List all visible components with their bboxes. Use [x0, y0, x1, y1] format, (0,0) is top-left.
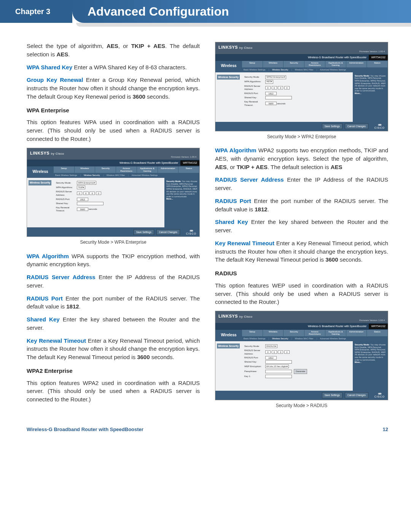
screenshot-caption: Security Mode > RADIUS [215, 403, 388, 409]
radius-ip-2[interactable]: 0 [83, 192, 89, 195]
subtab-security[interactable]: Wireless Security [271, 337, 290, 341]
tab-security[interactable]: Security [284, 61, 304, 67]
tab-category-wireless: Wireless [215, 61, 242, 72]
key-renewal-input[interactable]: 3600 [77, 208, 88, 211]
right-column: LINKSYS by Cisco Firmware Version: 1.00.… [215, 42, 388, 415]
tab-apps[interactable]: Applications & Gaming [325, 61, 346, 67]
shared-key-input[interactable] [265, 96, 292, 99]
tab-status[interactable]: Status [367, 61, 388, 67]
save-settings-button[interactable]: Save Settings [134, 229, 154, 235]
footer-product: Wireless-G Broadband Router with SpeedBo… [27, 427, 143, 432]
product-name: Wireless-G Broadband Router with SpeedBo… [27, 161, 180, 165]
subtab-basic[interactable]: Basic Wireless Settings [242, 68, 267, 72]
tab-access[interactable]: Access Restrictions [116, 166, 137, 173]
product-name: Wireless-G Broadband Router with SpeedBo… [215, 56, 369, 59]
tab-wireless[interactable]: Wireless [75, 166, 96, 173]
subtab-advanced[interactable]: Advanced Wireless Settings [130, 173, 159, 178]
radius-ip-1[interactable]: 0 [265, 86, 271, 89]
radius-port-input[interactable]: 1812 [265, 356, 277, 359]
wpa-algorithm-select[interactable]: AES ▾ [265, 80, 273, 84]
tab-setup[interactable]: Setup [54, 166, 75, 173]
para: This option features WPA2 used in coordi… [27, 379, 200, 404]
para: Key Renewal Timeout Enter a Key Renewal … [215, 239, 388, 264]
subtab-advanced[interactable]: Advanced Wireless Settings [319, 68, 347, 72]
footer-page-number: 12 [383, 427, 388, 432]
tab-admin[interactable]: Administration [158, 166, 179, 173]
shared-key-input[interactable] [265, 360, 292, 364]
cancel-changes-button[interactable]: Cancel Changes [156, 229, 180, 235]
radius-ip-4[interactable]: 0 [284, 86, 290, 89]
subtab-security[interactable]: Wireless Security [271, 68, 290, 72]
tab-security[interactable]: Security [284, 330, 304, 336]
subtab-advanced[interactable]: Advanced Wireless Settings [319, 337, 347, 341]
radius-port-input[interactable]: 1812 [77, 198, 88, 201]
security-mode-select[interactable]: RADIUS ▾ [265, 344, 277, 348]
tab-admin[interactable]: Administration [346, 330, 367, 336]
tab-access[interactable]: Access Restrictions [304, 330, 325, 336]
para: This option features WEP used in coordin… [215, 281, 388, 306]
save-settings-button[interactable]: Save Settings [322, 392, 342, 398]
screenshot-caption: Security Mode > WPA Enterprise [27, 239, 200, 246]
radius-ip-3[interactable]: 0 [89, 192, 95, 195]
subtab-basic[interactable]: Basic Wireless Settings [242, 337, 267, 341]
tab-category-wireless: Wireless [215, 330, 242, 340]
security-mode-select[interactable]: WPA2 Enterprise ▾ [265, 75, 286, 79]
tab-access[interactable]: Access Restrictions [304, 61, 325, 67]
wpa-algorithm-select[interactable]: TKIP ▾ [77, 185, 85, 189]
wep-encryption-select[interactable]: 64 bits 10 hex digits ▾ [265, 364, 289, 368]
para: Shared Key Enter the key shared between … [27, 315, 200, 332]
key1-input[interactable] [265, 375, 292, 378]
subheading-wpa2-enterprise: WPA2 Enterprise [27, 367, 200, 375]
tab-apps[interactable]: Applications & Gaming [325, 330, 346, 336]
radius-ip-3[interactable]: 0 [278, 350, 283, 354]
radius-ip-1[interactable]: 0 [265, 350, 271, 354]
model-badge: WRT54GS2 [369, 324, 388, 329]
subheading-radius: RADIUS [215, 269, 388, 278]
help-panel: Security Mode: You may choose from Disab… [353, 341, 388, 391]
shared-key-input[interactable] [77, 202, 104, 205]
tab-status[interactable]: Status [367, 330, 388, 336]
help-panel: Security Mode: You may choose from Disab… [164, 178, 199, 227]
radius-ip-2[interactable]: 0 [272, 350, 277, 354]
tab-security[interactable]: Security [95, 166, 116, 173]
subtab-mac[interactable]: Wireless MAC Filter [293, 68, 315, 72]
tab-admin[interactable]: Administration [346, 61, 367, 67]
cisco-logo: ıılıılııCISCO [186, 229, 196, 235]
tab-wireless[interactable]: Wireless [263, 61, 284, 67]
subtab-mac[interactable]: Wireless MAC Filter [293, 337, 315, 341]
tab-wireless[interactable]: Wireless [263, 330, 284, 336]
model-badge: WRT54GS2 [180, 160, 199, 166]
cancel-changes-button[interactable]: Cancel Changes [345, 123, 368, 129]
radius-ip-4[interactable]: 0 [284, 350, 290, 354]
radius-ip-2[interactable]: 0 [272, 86, 277, 89]
screenshot-caption: Security Mode > WPA2 Enterprise [215, 134, 388, 140]
subtab-mac[interactable]: Wireless MAC Filter [105, 173, 127, 178]
tab-category-wireless: Wireless [27, 166, 54, 177]
page-body: Select the type of algorithm, AES, or TK… [0, 27, 411, 427]
tab-setup[interactable]: Setup [242, 61, 263, 67]
tab-apps[interactable]: Applications & Gaming [137, 166, 158, 173]
tab-setup[interactable]: Setup [242, 330, 263, 336]
radius-ip-1[interactable]: 0 [77, 192, 82, 195]
save-settings-button[interactable]: Save Settings [322, 123, 342, 129]
subtab-security[interactable]: Wireless Security [82, 173, 101, 178]
para: Select the type of algorithm, AES, or TK… [27, 42, 200, 59]
para: RADIUS Server Address Enter the IP Addre… [27, 273, 200, 290]
key-renewal-input[interactable]: 3600 [265, 102, 277, 105]
passphrase-input[interactable] [265, 370, 292, 373]
chapter-label: Chapter 3 [15, 7, 50, 16]
radius-ip-4[interactable]: 0 [96, 192, 101, 195]
generate-button[interactable]: Generate [294, 369, 307, 374]
radius-ip-3[interactable]: 0 [278, 86, 283, 89]
security-mode-select[interactable]: WPA Enterprise ▾ [77, 181, 96, 185]
section-label: Wireless Security [217, 343, 240, 348]
radius-port-input[interactable]: 1812 [265, 92, 277, 95]
para: This option features WPA used in coordin… [27, 118, 200, 143]
header-divider [76, 23, 411, 27]
subtab-basic[interactable]: Basic Wireless Settings [54, 173, 78, 178]
para: WPA Shared Key Enter a WPA Shared Key of… [27, 63, 200, 72]
subheading-wpa-enterprise: WPA Enterprise [27, 106, 200, 115]
tab-status[interactable]: Status [178, 166, 199, 173]
page-footer: Wireless-G Broadband Router with SpeedBo… [0, 427, 411, 440]
cancel-changes-button[interactable]: Cancel Changes [345, 392, 368, 398]
